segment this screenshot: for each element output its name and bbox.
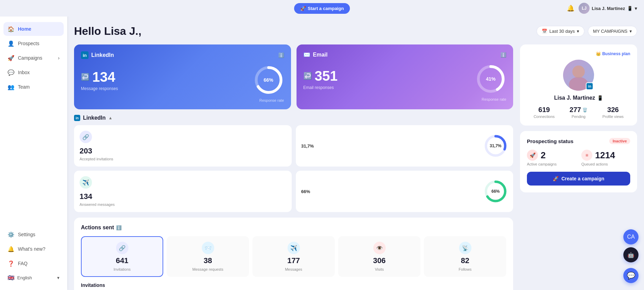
sidebar-item-label: Inbox [18,70,30,75]
queued-label: Queued actions [581,162,608,166]
chevron-up-icon[interactable]: ▲ [108,116,113,120]
user-name: Lisa J. Martinez [592,6,625,11]
detail-metric: 31,7% [301,143,314,149]
start-campaign-button[interactable]: 🚀 Start a campaign [294,3,350,14]
follows-count: 82 [461,256,469,265]
sidebar-item-team[interactable]: 👥 Team [3,80,64,94]
campaigns-dropdown[interactable]: MY CAMPAIGNS ▾ [588,26,637,37]
card-body: ↩️ 134 Message responses 66% [81,64,284,96]
linkedin-icon-small: in [74,115,80,121]
chat-button[interactable]: 💬 [623,268,638,283]
create-campaign-button[interactable]: 🚀 Create a campaign [527,172,630,186]
visits-label: Visits [375,267,384,271]
invitations-label: Accepted invitations [80,157,113,161]
actions-sent-label: Actions sent [81,224,114,231]
invitations-count: 641 [116,256,128,265]
send-icon: ✈️ [290,245,297,251]
prospecting-header: Prospecting status Inactive [527,138,630,144]
campaigns-label: MY CAMPAIGNS [593,29,627,34]
section-title: LinkedIn [83,115,106,121]
pending-stat: 277 🗑️ Pending [561,106,596,119]
eye-icon: 👁️ [376,245,383,251]
messages-icon-circle: ✈️ [288,242,300,254]
business-plan-badge[interactable]: 👑 Business plan [596,51,630,56]
header-controls: 📅 Last 30 days ▾ MY CAMPAIGNS ▾ [537,26,637,37]
svg-point-9 [569,77,588,91]
active-campaigns-label: Active campaigns [527,162,557,166]
period-label: Last 30 days [549,29,575,34]
profile-card-header: 👑 Business plan [527,51,630,56]
language-selector[interactable]: 🇬🇧 English ▾ [3,271,64,284]
info-icon: ℹ️ [116,225,122,230]
crown-icon: 👑 [596,51,601,56]
status-badge: Inactive [609,138,630,144]
sidebar-item-campaigns[interactable]: 🚀 Campaigns › [3,51,64,65]
sidebar-item-home[interactable]: 🏠 Home [3,22,64,36]
sidebar-item-inbox[interactable]: 💬 Inbox [3,66,64,79]
donut-label: 66% [263,77,273,83]
question-icon: ❓ [8,260,14,267]
sidebar-item-settings[interactable]: ⚙️ Settings [3,228,64,241]
sidebar-nav: 🏠 Home 👤 Prospects 🚀 Campaigns › 💬 Inbox… [0,22,67,228]
right-column: 👑 Business plan in Lisa J. [520,44,637,290]
float-button-2[interactable]: 🤖 [623,247,638,262]
sidebar-item-label: What's new? [18,246,45,252]
action-card-invitations[interactable]: 🔗 641 Invitations [81,236,163,277]
sidebar-item-label: FAQ [18,261,28,266]
message-request-icon: 📨 [205,245,211,251]
response-rate-donut: 66% [484,179,508,203]
link-icon-circle: 🔗 [80,131,92,143]
rate-label: 31,7% [301,143,314,149]
rate-label: Response rate [259,98,284,102]
link-icon: 🔗 [119,245,126,251]
action-card-messages[interactable]: ✈️ 177 Messages [252,236,335,277]
action-card-visits[interactable]: 👁️ 306 Visits [338,236,420,277]
info-icon[interactable]: ℹ️ [500,52,506,58]
action-card-follows[interactable]: 📡 82 Follows [424,236,506,277]
connections-label: Connections [527,114,561,119]
bell-icon[interactable]: 🔔 [567,4,574,12]
follows-icon-circle: 📡 [459,242,471,254]
linkedin-detail-section: in LinkedIn ▲ 🔗 203 Accepted invitations [74,115,513,212]
link-icon: 🔗 [82,134,89,140]
acceptance-rate-card: 31,7% 31,7% [296,125,513,167]
email-rate-donut: 41% [475,63,506,94]
topbar-right: 🔔 LJ Lisa J. Martinez 📱 ▾ [567,3,637,14]
connections-stat: 619 Connections [527,106,561,119]
flag-icon: 🇬🇧 [8,274,14,281]
sidebar-item-faq[interactable]: ❓ FAQ [3,257,64,270]
rocket-icon: 🚀 [8,54,14,61]
donut-pct-label: 31,7% [490,143,501,148]
emoji-icon: 📱 [627,6,633,11]
language-label: English [17,275,32,280]
user-badge[interactable]: LJ Lisa J. Martinez 📱 ▾ [579,3,637,14]
card-body: ↩️ 351 Email responses 41% [303,63,507,94]
rocket-icon-circle: 🚀 [527,150,538,161]
detail-cards: 🔗 203 Accepted invitations 31,7% [74,125,513,212]
profile-views-count: 326 [596,106,630,114]
linkedin-badge: in [586,82,593,90]
left-column: in LinkedIn ℹ️ ↩️ 134 Message responses [74,44,513,290]
messages-label: Messages [285,267,302,271]
sidebar-item-prospects[interactable]: 👤 Prospects [3,37,64,50]
sidebar-item-label: Home [18,26,31,32]
card-header: ✉️ Email ℹ️ [303,51,507,58]
card-platform: in LinkedIn [81,51,114,59]
queued-count: 1214 [595,150,615,161]
info-icon[interactable]: ℹ️ [278,52,284,58]
action-card-message-requests[interactable]: 📨 38 Message requests [167,236,249,277]
svg-point-10 [572,66,585,78]
period-dropdown[interactable]: 📅 Last 30 days ▾ [537,26,584,37]
response-count: 351 [315,68,338,84]
visits-count: 306 [373,256,386,265]
float-button-1[interactable]: CA [623,229,638,244]
profile-views-stat: 326 Profile views [596,106,630,119]
person-icon: 👤 [8,40,14,47]
profile-card: 👑 Business plan in Lisa J. [520,44,637,126]
acceptance-rate-donut: 31,7% [484,134,508,158]
rocket-icon: 🚀 [530,152,536,158]
sidebar-item-whats-new[interactable]: 🔔 What's new? [3,242,64,256]
main-content: Hello Lisa J., 📅 Last 30 days ▾ MY CAMPA… [67,17,644,290]
profile-avatar-wrapper: in [563,60,594,91]
visits-icon-circle: 👁️ [373,242,386,254]
